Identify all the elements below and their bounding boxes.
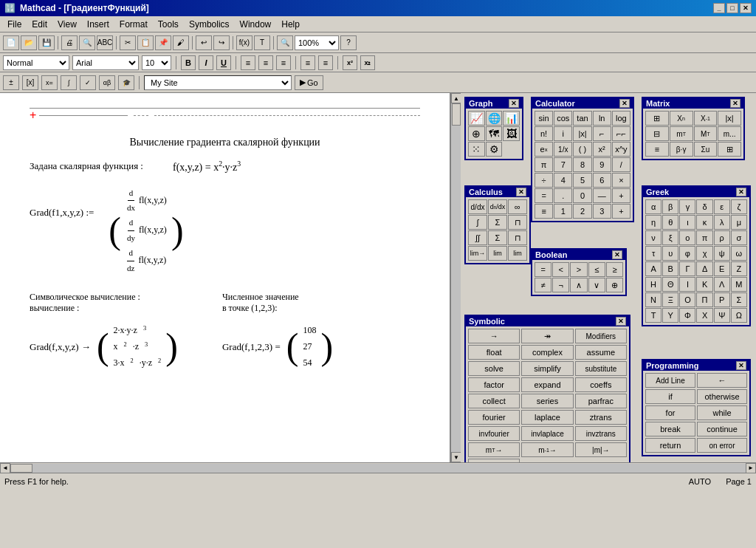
panel-boolean-close[interactable]: ✕ <box>612 250 622 259</box>
sym-explicit[interactable]: explicit <box>468 459 520 462</box>
panel-programming-close[interactable]: ✕ <box>736 361 746 370</box>
sym-complex[interactable]: complex <box>521 345 573 360</box>
bool-ge[interactable]: ≥ <box>606 262 623 277</box>
menu-file[interactable]: File <box>3 18 26 31</box>
sym-parfrac[interactable]: parfrac <box>575 394 627 408</box>
graph-bar-btn[interactable]: 📊 <box>503 111 520 126</box>
format-paint-button[interactable]: 🖌 <box>173 35 189 50</box>
calc-plus[interactable]: + <box>612 204 630 219</box>
right-scrollbar[interactable]: ▲ ▼ <box>450 93 461 462</box>
greek-Sigma[interactable]: Σ <box>731 292 747 307</box>
calc-deriv[interactable]: d/dx <box>468 199 487 214</box>
greek-Beta[interactable]: Β <box>662 261 678 276</box>
greek-gamma[interactable]: γ <box>679 199 695 214</box>
calc-dot[interactable]: . <box>554 188 572 203</box>
greek-Lambda[interactable]: Λ <box>714 277 730 292</box>
greek-rho[interactable]: ρ <box>714 230 730 245</box>
panel-matrix-close[interactable]: ✕ <box>730 99 740 108</box>
menu-help[interactable]: Help <box>277 18 304 31</box>
align-left-button[interactable]: ≡ <box>241 55 255 70</box>
sym-laplace[interactable]: laplace <box>521 410 573 425</box>
spell-button[interactable]: ABC <box>97 35 113 50</box>
calc-2[interactable]: 2 <box>573 204 591 219</box>
greek-Pi[interactable]: Π <box>696 292 712 307</box>
greek-Gamma[interactable]: Γ <box>679 261 695 276</box>
sym-fourier[interactable]: fourier <box>468 410 520 425</box>
calc-lim1[interactable]: lim→ <box>468 246 487 261</box>
greek-Omega[interactable]: Ω <box>731 308 747 323</box>
calc-xsq[interactable]: x² <box>593 142 611 157</box>
math-btn-3[interactable]: x= <box>41 75 58 90</box>
prog-for[interactable]: for <box>645 405 695 420</box>
calc-5[interactable]: 5 <box>573 173 591 188</box>
bool-not[interactable]: ¬ <box>552 278 569 292</box>
align-center-button[interactable]: ≡ <box>258 55 273 70</box>
scroll-right-button[interactable]: ► <box>746 463 756 473</box>
greek-Mu[interactable]: Μ <box>731 277 747 292</box>
calc-eq[interactable]: = <box>535 188 553 203</box>
calc-inf[interactable]: ∞ <box>508 199 527 214</box>
calc-ln[interactable]: ln <box>593 111 611 126</box>
prog-if[interactable]: if <box>645 389 695 404</box>
greek-Alpha[interactable]: Α <box>645 261 662 276</box>
panel-greek-close[interactable]: ✕ <box>736 188 746 196</box>
math-btn-6[interactable]: αβ <box>99 75 115 90</box>
panel-symbolic-close[interactable]: ✕ <box>616 317 626 326</box>
greek-pi[interactable]: π <box>696 230 712 245</box>
bool-eq[interactable]: = <box>535 262 551 277</box>
greek-omega[interactable]: ω <box>731 246 747 261</box>
style-select[interactable]: Normal <box>3 55 69 70</box>
greek-Theta[interactable]: Θ <box>662 277 678 292</box>
size-select[interactable]: 10 <box>142 55 171 70</box>
insert-math-button[interactable]: f(x) <box>236 35 252 50</box>
hscroll-thumb[interactable] <box>10 464 32 473</box>
save-button[interactable]: 💾 <box>38 35 55 50</box>
greek-Delta[interactable]: Δ <box>696 261 712 276</box>
mat-xinv[interactable]: X-1 <box>694 111 718 126</box>
mat-equiv[interactable]: ≡ <box>645 142 669 157</box>
mat-det[interactable]: |x| <box>718 111 741 126</box>
minimize-button[interactable]: _ <box>713 3 725 13</box>
greek-Upsilon[interactable]: Υ <box>662 308 678 323</box>
graph-3d-btn[interactable]: ⊕ <box>468 126 485 141</box>
greek-omicron[interactable]: ο <box>679 230 695 245</box>
calc-sigma2[interactable]: Σ <box>488 230 507 245</box>
prog-break[interactable]: break <box>645 422 695 436</box>
subscript-button[interactable]: x₂ <box>360 55 375 70</box>
calc-xpow[interactable]: x^y <box>612 142 630 157</box>
scroll-thumb[interactable] <box>452 103 461 126</box>
bool-le[interactable]: ≤ <box>588 262 605 277</box>
scroll-down-button[interactable]: ▼ <box>451 452 461 462</box>
sym-series[interactable]: series <box>521 394 573 408</box>
sym-coeffs[interactable]: coeffs <box>575 377 627 392</box>
prog-onerror[interactable]: on error <box>697 438 747 453</box>
prog-return[interactable]: return <box>645 438 695 453</box>
font-select[interactable]: Arial <box>72 55 139 70</box>
sym-collect[interactable]: collect <box>468 394 520 408</box>
calc-sin[interactable]: sin <box>535 111 553 126</box>
graph-polar-btn[interactable]: 🌐 <box>486 111 503 126</box>
greek-Rho[interactable]: Ρ <box>714 292 730 307</box>
hscroll-track[interactable] <box>10 464 746 473</box>
mat-insert[interactable]: ⊞ <box>645 111 669 126</box>
go-button[interactable]: ▶ Go <box>295 75 323 90</box>
prog-assign[interactable]: ← <box>697 373 747 388</box>
scroll-left-button[interactable]: ◄ <box>0 463 10 473</box>
sym-mt[interactable]: mT→ <box>468 442 520 457</box>
site-input[interactable]: My Site <box>144 75 292 90</box>
math-btn-5[interactable]: ✓ <box>80 75 96 90</box>
greek-nu[interactable]: ν <box>645 230 662 245</box>
greek-Kappa[interactable]: Κ <box>696 277 712 292</box>
greek-Zeta[interactable]: Ζ <box>731 261 747 276</box>
calc-ex[interactable]: ex <box>535 142 553 157</box>
greek-Psi[interactable]: Ψ <box>714 308 730 323</box>
calc-divfrac[interactable]: ÷ <box>535 173 553 188</box>
calc-8[interactable]: 8 <box>573 157 591 172</box>
sym-invlaplace[interactable]: invlaplace <box>521 426 573 441</box>
cut-button[interactable]: ✂ <box>120 35 136 50</box>
prog-while[interactable]: while <box>697 405 747 420</box>
bool-lt[interactable]: < <box>552 262 569 277</box>
calc-abs[interactable]: |x| <box>573 126 591 141</box>
scroll-up-button[interactable]: ▲ <box>451 93 461 103</box>
greek-tau[interactable]: τ <box>645 246 662 261</box>
